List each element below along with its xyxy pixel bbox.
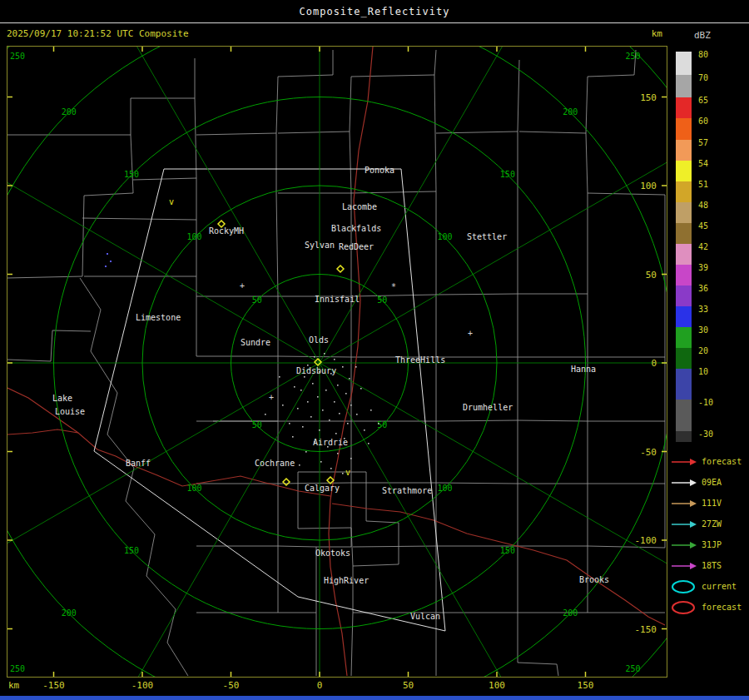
dbz-colorbar: 80706560575451484542393633302010-10-30 <box>676 52 749 442</box>
county-boundary-line <box>278 50 436 133</box>
track-arrow-icon <box>671 457 697 467</box>
radar-echo-dot <box>378 423 379 424</box>
radar-echo-dot <box>355 366 357 368</box>
place-label: Brooks <box>579 575 609 584</box>
county-boundary-line <box>278 421 351 484</box>
ring-distance-label: 100 <box>438 484 453 493</box>
radar-plot-area[interactable]: 5050505010010010010015015015015020020020… <box>7 46 667 678</box>
radar-echo-dot <box>300 390 302 391</box>
county-boundary-line <box>353 566 436 613</box>
dbz-color-swatch <box>676 348 692 369</box>
ring-distance-label: 100 <box>186 484 201 493</box>
radar-echo-dot <box>334 401 335 403</box>
ring-distance-label: 200 <box>62 107 77 117</box>
ring-distance-label: 250 <box>625 664 640 673</box>
radar-echo-dot <box>350 405 352 406</box>
bottom-axis-label: 0 <box>317 680 323 691</box>
radar-echo-dot <box>370 410 372 411</box>
right-axis-label: -50 <box>640 447 657 458</box>
dbz-color-swatch <box>676 431 692 442</box>
dbz-color-swatch <box>676 223 692 244</box>
county-boundary-line <box>278 546 316 613</box>
county-boundary-line <box>518 484 588 546</box>
county-boundary-line <box>84 220 196 276</box>
dbz-color-swatch <box>676 161 692 181</box>
dbz-value-label: 48 <box>698 201 708 210</box>
timestamp-label: 2025/09/17 10:21:52 UTC Composite <box>7 28 189 39</box>
ring-distance-label: 200 <box>563 107 578 117</box>
radar-echo-dot <box>265 414 266 415</box>
radar-echo-dot <box>349 378 350 380</box>
right-axis-label: 0 <box>651 358 657 369</box>
dbz-value-label: 54 <box>698 159 708 168</box>
map-symbol: + <box>468 329 473 338</box>
radar-echo-dot <box>350 458 352 459</box>
dbz-color-swatch <box>676 265 692 285</box>
dbz-value-label: 42 <box>698 242 708 251</box>
radar-echo-dot-blue <box>105 266 107 267</box>
ring-distance-label: 200 <box>563 608 578 618</box>
dbz-color-swatch <box>676 285 692 306</box>
right-axis-label: 150 <box>640 92 657 103</box>
place-label: Okotoks <box>315 549 350 558</box>
km-unit-top: km <box>652 28 662 39</box>
ring-distance-label: 50 <box>377 295 387 305</box>
right-axis-label: -150 <box>635 624 657 635</box>
dbz-value-label: -30 <box>698 429 713 439</box>
dbz-color-swatch <box>676 181 692 202</box>
ring-distance-label: 100 <box>438 232 453 241</box>
county-boundary-line <box>196 50 333 135</box>
radar-echo-dot <box>304 376 305 378</box>
county-boundary-line <box>196 421 278 484</box>
dbz-value-label: 57 <box>698 138 708 147</box>
county-boundary-line <box>351 295 436 357</box>
place-label: Lake <box>52 394 72 403</box>
radar-echo-dot <box>319 429 320 431</box>
dbz-value-label: 20 <box>698 346 708 355</box>
radar-echo-dot <box>297 408 299 410</box>
place-label: Banff <box>126 459 151 468</box>
dbz-value-label: -10 <box>698 398 713 407</box>
legend-arrow-label: 27ZW <box>702 519 722 529</box>
radar-site-marker <box>337 266 344 272</box>
place-label: RedDeer <box>339 242 374 251</box>
radar-echo-dot <box>320 461 322 463</box>
legend-ellipse-label: current <box>702 582 737 591</box>
radar-echo-dot <box>282 405 284 406</box>
legend-row: forecast <box>671 597 749 618</box>
dbz-value-label: 65 <box>698 96 708 105</box>
ring-distance-label: 200 <box>62 608 77 618</box>
place-label: Sundre <box>241 338 270 347</box>
dbz-color-swatch <box>676 202 692 223</box>
ring-distance-label: 250 <box>10 52 25 61</box>
radar-echo-dot <box>294 386 295 388</box>
radar-echo-dot <box>335 433 337 434</box>
sidebar: dBZ 80706560575451484542393633302010-10-… <box>666 25 749 696</box>
dbz-color-swatch <box>676 97 692 118</box>
radar-echo-dot <box>347 423 349 424</box>
place-label: Blackfalds <box>331 224 381 233</box>
county-boundary-line <box>436 420 518 484</box>
ring-distance-label: 150 <box>124 546 139 555</box>
dbz-value-label: 10 <box>698 367 708 376</box>
legend-arrow-label: forecast <box>702 457 742 466</box>
dbz-value-label: 70 <box>698 73 708 82</box>
place-label: HighRiver <box>324 576 369 585</box>
ring-distance-label: 150 <box>500 170 515 179</box>
dbz-color-swatch <box>676 118 692 140</box>
bottom-axis-label: -100 <box>131 680 154 691</box>
legend-row: 18TS <box>671 555 749 576</box>
dbz-value-label: 60 <box>698 117 708 126</box>
place-label: Sylvan <box>305 241 335 250</box>
dbz-value-label: 33 <box>698 305 708 314</box>
right-axis-label: 50 <box>646 270 657 280</box>
radar-echo-dot <box>337 453 339 454</box>
storm-ellipse-icon <box>671 599 697 616</box>
radar-map-canvas: 5050505010010010010015015015015020020020… <box>7 47 667 677</box>
plot-header: 2025/09/17 10:21:52 UTC Composite km <box>7 25 666 43</box>
radar-echo-dot <box>342 473 344 474</box>
track-arrow-icon <box>671 478 697 488</box>
radar-echo-dot <box>305 451 307 453</box>
bottom-axis-label: 50 <box>403 680 414 691</box>
county-boundary-line <box>196 133 278 296</box>
